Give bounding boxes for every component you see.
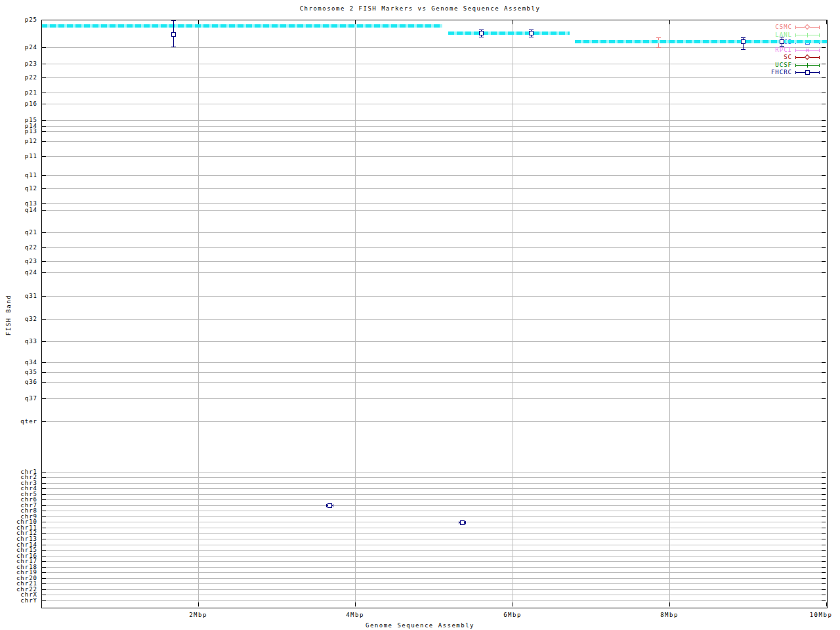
y-tick-label: p11: [0, 154, 37, 159]
y-tick-right: [822, 20, 826, 20]
y-tick-label: q11: [0, 173, 37, 178]
y-gridline: [41, 589, 826, 590]
y-tick-right: [822, 595, 826, 595]
legend-sample-cap: [795, 71, 796, 74]
y-tick-right: [822, 421, 826, 422]
x-tick-top: [826, 20, 827, 24]
y-tick-left: [42, 528, 46, 528]
square-marker: [479, 31, 484, 35]
legend-label-fhcrc: FHCRC: [733, 70, 792, 75]
y-gridline: [41, 398, 826, 399]
x-gridline: [198, 20, 199, 607]
y-gridline: [41, 47, 826, 48]
y-gridline: [41, 232, 826, 233]
y-tick-label: qter: [0, 419, 37, 425]
y-tick-left: [42, 382, 46, 383]
y-tick-left: [42, 533, 46, 534]
y-tick-right: [822, 600, 826, 601]
y-gridline: [41, 488, 826, 489]
fish-marker-chart: Chromosome 2 FISH Markers vs Genome Sequ…: [0, 0, 840, 630]
y-tick-label: p25: [0, 17, 37, 23]
y-tick-left: [42, 272, 46, 273]
y-gridline: [41, 550, 826, 551]
y-tick-right: [822, 247, 826, 248]
y-tick-left: [42, 188, 46, 189]
y-tick-right: [822, 131, 826, 132]
y-gridline: [41, 319, 826, 320]
y-gridline: [41, 477, 826, 478]
legend-sample-cap: [795, 26, 796, 29]
y-gridline: [41, 296, 826, 297]
y-tick-right: [822, 64, 826, 64]
y-tick-right: [822, 372, 826, 373]
y-gridline: [41, 261, 826, 262]
legend-sample-cap: [819, 71, 820, 74]
y-tick-right: [822, 156, 826, 157]
y-tick-left: [42, 93, 46, 93]
x-tick-label: 6Mbp: [496, 612, 529, 618]
y-tick-left: [42, 583, 46, 584]
y-gridline: [41, 567, 826, 568]
y-tick-right: [822, 382, 826, 383]
y-tick-label: q33: [0, 339, 37, 345]
y-tick-label: p16: [0, 101, 37, 107]
y-tick-right: [822, 472, 826, 472]
y-tick-label: q36: [0, 379, 37, 385]
y-tick-label: q14: [0, 207, 37, 213]
x-tick-label: 4Mbp: [339, 612, 371, 618]
diamond-marker: [805, 24, 810, 30]
y-tick-label: q12: [0, 186, 37, 192]
y-gridline: [41, 494, 826, 495]
y-gridline: [41, 372, 826, 373]
y-tick-label: p24: [0, 45, 37, 51]
x-tick-top: [355, 20, 356, 24]
y-tick-left: [42, 572, 46, 573]
y-tick-left: [42, 421, 46, 422]
y-gridline: [41, 421, 826, 422]
x-tick-bottom: [669, 602, 670, 606]
y-gridline: [41, 516, 826, 517]
y-gridline: [41, 341, 826, 342]
y-tick-right: [822, 583, 826, 584]
y-tick-left: [42, 477, 46, 478]
y-gridline: [41, 77, 826, 78]
y-tick-right: [822, 589, 826, 590]
y-tick-left: [42, 210, 46, 211]
error-cap: [326, 504, 327, 507]
square-marker: [529, 31, 534, 35]
y-tick-label: q31: [0, 293, 37, 299]
x-tick-label: 2Mbp: [182, 612, 215, 618]
y-gridline: [41, 141, 826, 142]
y-tick-right: [822, 488, 826, 489]
y-tick-label: q35: [0, 369, 37, 375]
y-tick-label: q21: [0, 230, 37, 236]
y-gridline: [41, 188, 826, 189]
y-tick-left: [42, 341, 46, 342]
y-tick-label: p13: [0, 129, 37, 135]
y-tick-right: [822, 539, 826, 539]
y-tick-label: p23: [0, 61, 37, 67]
y-tick-label: p12: [0, 138, 37, 144]
y-tick-right: [822, 572, 826, 573]
y-tick-right: [822, 319, 826, 320]
y-tick-right: [822, 362, 826, 363]
legend-label-csmc: CSMC: [733, 24, 792, 30]
y-tick-right: [822, 104, 826, 104]
y-tick-right: [822, 232, 826, 233]
error-cap: [656, 37, 661, 38]
y-tick-right: [822, 550, 826, 551]
error-cap: [459, 521, 459, 524]
y-tick-right: [822, 77, 826, 78]
y-tick-right: [822, 483, 826, 484]
y-gridline: [41, 533, 826, 534]
y-tick-label: p21: [0, 90, 37, 96]
y-tick-right: [822, 522, 826, 522]
y-gridline: [41, 156, 826, 157]
y-tick-left: [42, 319, 46, 320]
y-tick-left: [42, 296, 46, 297]
y-gridline: [41, 210, 826, 211]
contig-band: [448, 32, 570, 35]
legend-sample-cap: [819, 64, 820, 67]
y-tick-right: [822, 126, 826, 127]
y-tick-left: [42, 203, 46, 204]
